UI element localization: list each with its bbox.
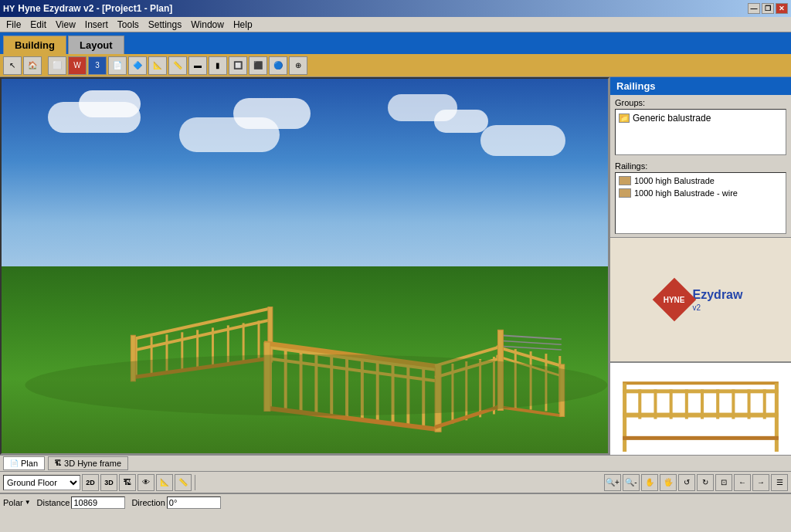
preview-railing-svg [613,366,788,452]
toolbar-t2[interactable]: 🔷 [128,56,147,75]
toolbar-t4[interactable]: 📏 [168,56,187,75]
svg-line-50 [500,341,561,344]
group-item-generic-balustrade[interactable]: 📁 Generic balustrade [617,111,784,125]
btn-list[interactable]: ☰ [771,474,788,491]
polar-triangle: ▼ [25,499,31,506]
restore-button[interactable]: ❐ [762,3,774,14]
toolbar-t9[interactable]: 🔵 [269,56,287,75]
svg-rect-61 [670,389,673,418]
svg-rect-58 [775,383,779,452]
main-toolbar: ↖ 🏠 ⬜ W 3 📄 🔷 📐 📏 ▬ ▮ 🔲 ⬛ 🔵 ⊕ [0,54,791,77]
toolbar-t7[interactable]: 🔲 [229,56,247,75]
menu-settings[interactable]: Settings [144,18,186,32]
toolbar-t10[interactable]: ⊕ [289,56,307,75]
btn-zoom-out[interactable]: 🔍- [623,474,640,491]
toolbar-home[interactable]: 🏠 [23,56,42,75]
menu-tools[interactable]: Tools [113,18,144,32]
btn-zoom-in[interactable]: 🔍+ [604,474,621,491]
toolbar2-right: 🔍+ 🔍- ✋ 🖐 ↺ ↻ ⊡ ← → ☰ [604,474,788,491]
menu-edit[interactable]: Edit [25,18,51,32]
toolbar-t6[interactable]: ▮ [209,56,227,75]
btn-arrow-l[interactable]: ← [734,474,751,491]
bottom-tabs: 📄 Plan 🏗 3D Hyne frame [0,455,791,472]
group-item-label: Generic balustrade [633,113,711,124]
title-bar-left: HY Hyne Ezydraw v2 - [Project1 - Plan] [3,3,172,14]
polar-label: Polar [3,498,23,507]
title-bar-buttons: — ❐ ✕ [748,3,788,14]
toolbar-t8[interactable]: ⬛ [249,56,267,75]
right-panel: Railings Groups: 📁 Generic balustrade Ra… [609,77,791,455]
logo-area: HYNE Ezydraw v2 [610,237,791,362]
svg-rect-65 [732,389,735,418]
railing-item-label-2: 1000 high Balustrade - wire [634,188,738,198]
3d-tab-label: 3D Hyne frame [64,459,121,468]
svg-rect-59 [638,389,641,418]
toolbar-t1[interactable]: 📄 [108,56,127,75]
tab-plan[interactable]: 📄 Plan [3,456,45,470]
minimize-button[interactable]: — [748,3,760,14]
svg-rect-64 [716,389,719,418]
svg-rect-62 [685,389,688,418]
railings-list-label: Railings: [615,161,786,171]
canvas-area[interactable] [0,77,609,455]
version-text: v2 [693,303,743,312]
direction-input[interactable] [167,496,221,509]
svg-rect-68 [623,436,779,440]
groups-section: Groups: 📁 Generic balustrade [610,95,791,158]
toolbar-select[interactable]: ↖ [3,56,22,75]
folder-icon: 📁 [619,114,630,123]
btn-rotate-l[interactable]: ↺ [678,474,695,491]
app-icon: HY [3,4,15,13]
menu-view[interactable]: View [51,18,80,32]
btn-fit[interactable]: ⊡ [715,474,732,491]
svg-point-53 [25,354,607,415]
3d-scene [2,79,608,453]
floor-selector[interactable]: Ground Floor First Floor Roof [3,475,80,490]
railing-item-1000-high[interactable]: 1000 high Balustrade [617,175,784,187]
toolbar-t5[interactable]: ▬ [188,56,207,75]
toolbar-t3[interactable]: 📐 [148,56,167,75]
toolbar-rect[interactable]: ⬜ [48,56,66,75]
toolbar-3d[interactable]: 3 [88,56,107,75]
btn-hand[interactable]: 🖐 [660,474,677,491]
btn-rotate-r[interactable]: ↻ [697,474,714,491]
menu-window[interactable]: Window [186,18,229,32]
close-button[interactable]: ✕ [776,3,788,14]
ezydraw-logo-text: Ezydraw v2 [693,288,743,312]
menu-file[interactable]: File [2,18,25,32]
toolbar-wall[interactable]: W [68,56,87,75]
plan-tab-label: Plan [21,459,38,468]
svg-rect-66 [748,389,751,418]
btn-arrow-r[interactable]: → [752,474,769,491]
btn-measure[interactable]: 📐 [156,474,173,491]
groups-label: Groups: [615,98,786,107]
hyne-logo-diamond: HYNE [652,278,696,322]
railings-list: 1000 high Balustrade 1000 high Balustrad… [615,172,786,234]
window-title: Hyne Ezydraw v2 - [Project1 - Plan] [18,3,172,14]
menu-insert[interactable]: Insert [80,18,113,32]
btn-eye[interactable]: 👁 [137,474,154,491]
distance-input[interactable] [71,496,125,509]
btn-2d[interactable]: 2D [82,474,99,491]
menu-help[interactable]: Help [229,18,257,32]
btn-frame[interactable]: 🏗 [119,474,136,491]
svg-rect-57 [623,383,626,452]
btn-snap[interactable]: 📏 [175,474,192,491]
btn-3d[interactable]: 3D [100,474,117,491]
hyne-logo-text: HYNE [664,295,685,303]
groups-list: 📁 Generic balustrade [615,109,786,155]
menu-bar: File Edit View Insert Tools Settings Win… [0,17,791,32]
status-bar: Polar ▼ Distance Direction [0,493,791,510]
svg-rect-60 [654,389,657,418]
ezydraw-text: Ezydraw [693,288,743,302]
railings-header: Railings [610,77,791,95]
btn-pan[interactable]: ✋ [641,474,658,491]
tab-building[interactable]: Building [3,36,66,54]
tab-3d-hyne-frame[interactable]: 🏗 3D Hyne frame [48,456,128,470]
railing-item-1000-high-wire[interactable]: 1000 high Balustrade - wire [617,187,784,199]
distance-field: Distance [37,496,126,509]
railing-drawing [2,79,608,453]
secondary-toolbar: Ground Floor First Floor Roof 2D 3D 🏗 👁 … [0,472,791,493]
tab-layout[interactable]: Layout [68,36,124,54]
main-area: Railings Groups: 📁 Generic balustrade Ra… [0,77,791,455]
